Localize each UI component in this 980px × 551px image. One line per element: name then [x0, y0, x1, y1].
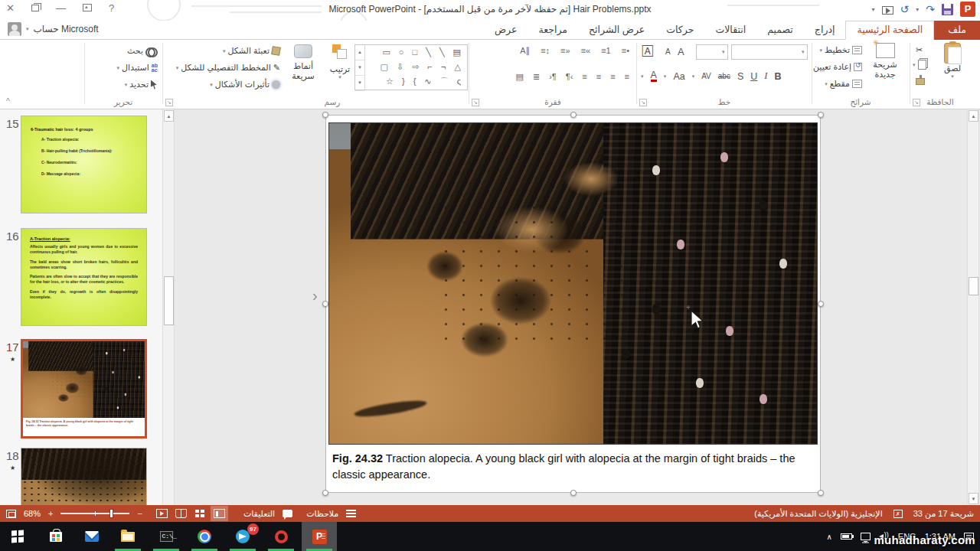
tab-insert[interactable]: إدراج	[804, 21, 846, 40]
zoom-in-button[interactable]: +	[48, 509, 53, 518]
tab-animations[interactable]: حركات	[655, 21, 704, 40]
zoom-slider-thumb[interactable]	[109, 509, 113, 518]
thumbnail-scroll-thumb[interactable]	[164, 276, 174, 325]
selection-handle-sw[interactable]	[322, 490, 328, 496]
font-name-dropdown[interactable]: ▾	[802, 49, 805, 55]
slideshow-view-button[interactable]	[156, 509, 168, 518]
text-shadow-button[interactable]: S	[737, 71, 743, 82]
tab-design[interactable]: تصميم	[756, 21, 804, 40]
taskbar-store-button[interactable]	[38, 522, 74, 551]
slide-canvas[interactable]: Fig. 24.32 Traction alopecia. A young bl…	[325, 115, 821, 493]
battery-icon[interactable]	[841, 533, 852, 540]
case-dropdown[interactable]: ▾	[664, 73, 667, 80]
tab-transitions[interactable]: انتقالات	[704, 21, 756, 40]
font-dialog-launcher[interactable]: ↘	[639, 99, 647, 106]
save-button[interactable]	[942, 4, 953, 15]
rtl-paragraph-button[interactable]: ›¶	[566, 72, 573, 82]
slide-17-thumbnail-selected[interactable]: Fig. 24.32 Traction alopecia. A young bl…	[21, 339, 147, 439]
character-spacing-button[interactable]: AV	[701, 72, 711, 80]
find-button[interactable]: بحث	[96, 46, 158, 56]
selection-handle-nw[interactable]	[322, 112, 328, 118]
ltr-paragraph-button[interactable]: ¶‹	[549, 72, 557, 82]
quick-styles-button[interactable]: أنماط سريعة	[283, 44, 323, 81]
tab-slideshow[interactable]: عرض الشرائح	[578, 21, 655, 40]
tab-review[interactable]: مراجعة	[528, 21, 578, 40]
increase-indent-button[interactable]: «≡	[560, 46, 570, 56]
redo-button[interactable]: ↷	[926, 3, 935, 15]
format-painter-button[interactable]	[916, 78, 925, 85]
figure-caption[interactable]: Fig. 24.32 Traction alopecia. A young bl…	[332, 451, 818, 482]
smartart-convert-button[interactable]: ▤	[516, 72, 524, 82]
editor-scrollbar[interactable]: ▲ ▼	[967, 109, 979, 505]
account-widget[interactable]: ▾ حساب Microsoft	[8, 22, 99, 36]
line-spacing-button[interactable]: ↕≡	[541, 46, 550, 56]
drawing-dialog-launcher[interactable]: ↘	[165, 99, 173, 106]
undo-dropdown[interactable]: ▾	[916, 6, 919, 13]
text-direction-button[interactable]: ∥A	[520, 46, 530, 56]
align-right-button[interactable]: ≡	[625, 72, 629, 82]
font-size-combo[interactable]: ▾	[696, 44, 728, 60]
shape-outline-button[interactable]: ✎ المخطط التفصيلي للشكل ▾	[165, 63, 280, 73]
undo-button[interactable]: ↺	[900, 3, 910, 15]
arrange-button[interactable]: ترتيب ▾	[326, 44, 354, 80]
shape-effects-button[interactable]: تأثيرات الأشكال ▾	[182, 80, 280, 90]
underline-button[interactable]: U	[750, 71, 757, 82]
shapes-gallery[interactable]: ▲ ▼ ▼ ▭ ○ □ ╲ ╲ ▤ ▢ ⇩ ⇨ ⌐ ¬ △ ☆ } { ∿ ⌒ …	[354, 44, 468, 90]
clear-formatting-button[interactable]: 🄰	[642, 46, 653, 57]
bold-button[interactable]: B	[774, 71, 781, 82]
selection-handle-se[interactable]	[818, 490, 824, 496]
justify-button[interactable]: ≡	[582, 72, 586, 82]
slide-18-thumbnail[interactable]	[21, 448, 147, 505]
slide-picture[interactable]	[328, 122, 818, 445]
tab-home[interactable]: الصفحة الرئيسية	[845, 21, 934, 40]
spacing-dropdown[interactable]: ▾	[692, 73, 695, 80]
italic-button[interactable]: I	[764, 70, 767, 82]
previous-slide-chevron[interactable]: ›	[312, 287, 318, 305]
font-color-button[interactable]: A	[651, 71, 657, 82]
strikethrough-button[interactable]: abc	[718, 72, 730, 80]
slide-15-thumbnail[interactable]: 6-Traumatic hair loss: 4 groups A- Tract…	[21, 116, 147, 214]
customize-qat-button[interactable]: ▾	[872, 6, 875, 13]
shapes-more-button[interactable]: ▼	[355, 76, 364, 91]
selection-handle-w[interactable]	[322, 301, 328, 307]
selection-handle-n[interactable]	[570, 112, 577, 118]
tab-file[interactable]: ملف	[934, 21, 980, 40]
editor-scroll-thumb[interactable]	[969, 277, 978, 295]
selection-handle-s[interactable]	[570, 490, 577, 496]
new-slide-button[interactable]: شريحة جديدة	[864, 43, 906, 80]
bullets-button[interactable]: •≡	[622, 46, 629, 56]
zoom-level[interactable]: 68%	[24, 509, 41, 518]
columns-button[interactable]: ≣	[533, 72, 540, 82]
font-size-dropdown[interactable]: ▾	[722, 49, 725, 55]
notes-button[interactable]: ملاحظات	[306, 509, 338, 519]
select-button[interactable]: تحديد ▾	[93, 80, 158, 90]
shrink-font-button[interactable]: A	[665, 47, 671, 56]
change-case-button[interactable]: Aa	[673, 71, 684, 82]
tab-view[interactable]: عرض	[484, 21, 528, 40]
replace-button[interactable]: abac استبدال ▾	[86, 63, 158, 73]
font-color-dropdown[interactable]: ▾	[641, 73, 644, 80]
taskbar-opera-button[interactable]	[263, 522, 299, 551]
start-slideshow-button[interactable]	[882, 6, 893, 15]
slide-16-thumbnail[interactable]: A-Traction alopecia: Affects usually gir…	[21, 228, 147, 326]
decrease-indent-button[interactable]: »≡	[581, 46, 591, 56]
cut-button[interactable]: ✂	[916, 45, 923, 55]
copy-dropdown[interactable]: ▾	[913, 62, 916, 68]
paste-button[interactable]: لصق ▾	[937, 43, 968, 80]
layout-button[interactable]: تخطيط▾	[813, 45, 862, 55]
show-hidden-icons-button[interactable]: ∧	[826, 533, 831, 541]
paste-dropdown[interactable]: ▾	[937, 73, 968, 80]
taskbar-telegram-button[interactable]: 97	[225, 522, 260, 551]
grow-font-button[interactable]: A	[678, 46, 684, 57]
reading-view-button[interactable]	[175, 509, 187, 518]
taskbar-explorer-button[interactable]	[110, 522, 145, 551]
zoom-out-button[interactable]: −	[137, 509, 142, 518]
slide-sorter-view-button[interactable]	[194, 509, 206, 518]
normal-view-button[interactable]	[214, 509, 225, 518]
spell-check-icon[interactable]: ✗	[893, 510, 903, 518]
editor-scroll-down[interactable]: ▼	[969, 493, 978, 504]
zoom-slider[interactable]	[60, 513, 129, 514]
thumbnail-scroll-up[interactable]: ▲	[164, 110, 174, 122]
paragraph-dialog-launcher[interactable]: ↘	[472, 99, 479, 106]
language-indicator[interactable]: الإنجليزية (الولايات المتحدة الأمريكية)	[754, 509, 882, 519]
